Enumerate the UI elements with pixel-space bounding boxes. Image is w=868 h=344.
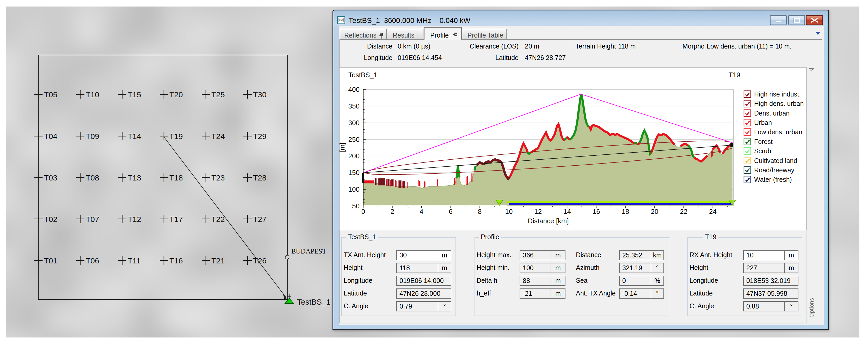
svg-text:High rise indust.: High rise indust. <box>754 90 801 98</box>
svg-text:4: 4 <box>420 208 423 216</box>
svg-text:350: 350 <box>348 102 360 110</box>
svg-text:Dens. urban: Dens. urban <box>754 110 789 117</box>
svg-text:Water (fresh): Water (fresh) <box>754 176 792 183</box>
svg-text:High dens. urban: High dens. urban <box>754 100 804 107</box>
svg-text:400: 400 <box>348 86 360 93</box>
svg-text:14: 14 <box>563 208 571 216</box>
svg-text:300: 300 <box>348 119 360 127</box>
svg-text:50: 50 <box>352 202 360 210</box>
svg-text:0: 0 <box>362 208 365 216</box>
svg-text:22: 22 <box>680 208 687 216</box>
svg-text:8: 8 <box>478 208 482 216</box>
svg-text:150: 150 <box>348 169 360 177</box>
svg-text:Low dens. urban: Low dens. urban <box>754 128 802 136</box>
svg-text:Distance [km]: Distance [km] <box>528 217 569 225</box>
svg-text:16: 16 <box>593 208 600 216</box>
svg-text:100: 100 <box>348 185 360 193</box>
svg-text:Scrub: Scrub <box>754 147 771 155</box>
svg-text:250: 250 <box>348 136 360 143</box>
svg-text:[m]: [m] <box>338 143 346 152</box>
svg-text:Cultivated land: Cultivated land <box>754 157 797 164</box>
svg-text:Urban: Urban <box>754 119 772 126</box>
svg-text:20: 20 <box>651 208 658 216</box>
svg-text:2: 2 <box>391 208 394 216</box>
svg-text:Forest: Forest <box>754 138 773 145</box>
svg-text:24: 24 <box>709 208 717 216</box>
svg-text:10: 10 <box>505 208 513 216</box>
svg-text:Road/freeway: Road/freeway <box>754 166 795 174</box>
svg-text:TestBS_1: TestBS_1 <box>348 71 377 79</box>
svg-text:T19: T19 <box>728 71 740 79</box>
svg-text:6: 6 <box>449 208 453 216</box>
svg-text:18: 18 <box>622 208 629 216</box>
svg-text:12: 12 <box>534 208 542 216</box>
svg-text:200: 200 <box>348 152 360 160</box>
